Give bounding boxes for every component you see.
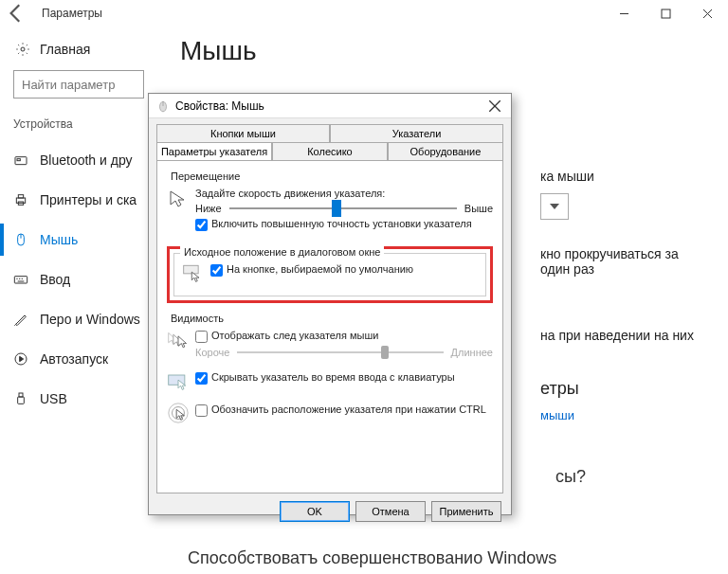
trails-checkbox[interactable]: Отображать след указателя мыши <box>195 330 493 343</box>
text-hover: на при наведении на них <box>540 328 709 343</box>
sidebar-item-typing[interactable]: Ввод <box>13 260 152 299</box>
tab-pointer-options[interactable]: Параметры указателя <box>156 142 272 160</box>
titlebar: Параметры <box>0 0 728 27</box>
group-movement: Перемещение Задайте скорость движения ук… <box>167 170 493 237</box>
dialog-close-button[interactable] <box>488 97 507 116</box>
hide-typing-label: Скрывать указатель во время ввода с клав… <box>211 371 455 383</box>
page-title: Мышь <box>180 36 709 66</box>
svg-rect-18 <box>19 393 23 397</box>
sidebar-item-printers[interactable]: Принтеры и ска <box>13 180 152 220</box>
maximize-button[interactable] <box>645 0 686 27</box>
sidebar-item-autoplay[interactable]: Автозапуск <box>13 339 152 379</box>
home-label: Главная <box>40 42 90 57</box>
sidebar-item-label: Перо и Windows <box>40 312 140 327</box>
slider-fast-label: Выше <box>464 203 493 214</box>
cancel-button[interactable]: Отмена <box>355 501 426 522</box>
trails-slider: Короче Длиннее <box>195 347 493 358</box>
trails-icon <box>167 330 195 354</box>
sidebar-item-label: Мышь <box>40 232 78 247</box>
sidebar-item-label: Bluetooth и дру <box>40 152 133 168</box>
sidebar-item-pen[interactable]: Перо и Windows <box>13 299 152 339</box>
snap-to-icon <box>182 261 210 286</box>
trails-long-label: Длиннее <box>451 347 493 358</box>
sidebar-item-mouse[interactable]: Мышь <box>13 220 152 260</box>
slider-slow-label: Ниже <box>195 203 222 214</box>
category-label: Устройства <box>13 117 152 131</box>
close-button[interactable] <box>686 0 728 27</box>
svg-rect-1 <box>662 9 670 18</box>
search-box[interactable] <box>13 70 144 99</box>
footer-text: Способствоватъ совершенствованио Windows <box>188 548 556 568</box>
group-visibility-label: Видимость <box>167 313 493 324</box>
svg-point-4 <box>21 47 25 51</box>
enhance-precision-label: Включить повышенную точность установки у… <box>211 218 472 229</box>
ctrl-locate-label: Обозначить расположение указателя при на… <box>211 404 486 415</box>
sidebar-item-label: Ввод <box>40 272 70 287</box>
svg-rect-19 <box>18 397 25 404</box>
ctrl-locate-input[interactable] <box>195 404 208 417</box>
hide-typing-icon <box>167 369 195 394</box>
group-snap-to: Исходное положение в диалоговом окне На … <box>173 253 486 296</box>
svg-rect-12 <box>14 277 27 283</box>
questions-heading: сы? <box>555 467 586 487</box>
sidebar: Главная Устройства Bluetooth и дру Принт… <box>0 32 152 432</box>
tab-pointers[interactable]: Указатели <box>330 124 503 142</box>
tab-wheel[interactable]: Колесико <box>272 142 388 160</box>
params-heading: етры <box>540 379 709 399</box>
pointer-speed-icon <box>167 188 195 212</box>
home-link[interactable]: Главная <box>13 32 152 70</box>
tab-buttons[interactable]: Кнопки мыши <box>156 124 330 142</box>
sidebar-item-label: USB <box>40 391 67 406</box>
minimize-button[interactable] <box>603 0 645 27</box>
svg-rect-6 <box>17 159 20 161</box>
dialog-title: Свойства: Мышь <box>175 99 264 113</box>
svg-rect-7 <box>16 198 25 203</box>
dialog-buttons: OK Отмена Применить <box>149 493 511 529</box>
mouse-properties-dialog: Свойства: Мышь Кнопки мыши Указатели Пар… <box>148 93 512 515</box>
enhance-precision-input[interactable] <box>195 219 208 231</box>
pointer-speed-slider[interactable]: Ниже Выше <box>195 203 493 214</box>
hide-typing-input[interactable] <box>195 372 208 385</box>
group-visibility: Видимость Отображать след указателя мыши… <box>167 313 493 432</box>
dialog-titlebar: Свойства: Мышь <box>149 94 511 118</box>
window-controls <box>603 0 728 27</box>
snap-to-input[interactable] <box>210 264 223 277</box>
tab-strip: Кнопки мыши Указатели Параметры указател… <box>156 124 503 160</box>
tab-content: Перемещение Задайте скорость движения ук… <box>156 160 503 493</box>
group-snap-label: Исходное положение в диалоговом окне <box>180 246 384 258</box>
sidebar-item-label: Принтеры и ска <box>40 192 136 207</box>
hide-typing-checkbox[interactable]: Скрывать указатель во время ввода с клав… <box>195 371 455 385</box>
enhance-precision-checkbox[interactable]: Включить повышенную точность установки у… <box>195 218 493 231</box>
snap-to-label: На кнопке, выбираемой по умолчанию <box>227 263 413 275</box>
svg-rect-8 <box>18 195 23 198</box>
group-movement-label: Перемещение <box>167 170 493 182</box>
svg-rect-24 <box>184 265 198 274</box>
window-title: Параметры <box>42 7 102 20</box>
text-button-label: ка мыши <box>540 169 709 184</box>
trails-input[interactable] <box>195 331 208 343</box>
trails-short-label: Короче <box>195 347 229 358</box>
ctrl-locate-checkbox[interactable]: Обозначить расположение указателя при на… <box>195 404 486 417</box>
apply-button[interactable]: Применить <box>431 501 501 522</box>
trails-label: Отображать след указателя мыши <box>211 330 378 341</box>
sidebar-item-label: Автозапуск <box>40 351 108 367</box>
sidebar-item-bluetooth[interactable]: Bluetooth и дру <box>13 140 152 180</box>
additional-mouse-link[interactable]: мыши <box>540 408 709 422</box>
back-button[interactable] <box>4 1 28 26</box>
text-scroll: кно прокручиваться за один раз <box>540 246 709 277</box>
tab-hardware[interactable]: Оборудование <box>388 142 503 160</box>
dropdown-partial[interactable] <box>540 193 569 220</box>
sidebar-item-usb[interactable]: USB <box>13 379 152 419</box>
highlight-box: Исходное положение в диалоговом окне На … <box>167 246 493 303</box>
speed-label: Задайте скорость движения указателя: <box>195 188 493 199</box>
ctrl-locate-icon <box>167 402 195 426</box>
snap-to-checkbox[interactable]: На кнопке, выбираемой по умолчанию <box>210 263 413 277</box>
ok-button[interactable]: OK <box>280 501 350 522</box>
mouse-icon <box>156 99 170 113</box>
